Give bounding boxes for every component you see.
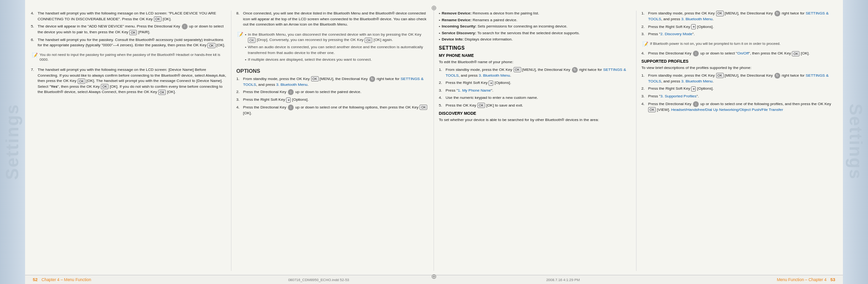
dir-key-m2: ↕ <box>288 89 294 95</box>
options-step-2-num: 2. <box>236 89 242 95</box>
column-1: 4. The handset will prompt you with the … <box>29 11 231 271</box>
bullet-list: Remove Device: Removes a device from the… <box>439 11 631 42</box>
disc-step-1: 1. From standby mode, press the OK Key O… <box>641 11 834 22</box>
options-step-1-num: 1. <box>236 76 242 82</box>
main-content: ⊕ 4. The handset will prompt you with th… <box>25 0 843 284</box>
ok-key-sp1: OK <box>716 73 724 78</box>
options-step-3-content: Press the Right Soft Key ≡ [Options]. <box>243 97 429 103</box>
dir-key-m4: ↕ <box>288 105 294 110</box>
service-label: Service Discovery: <box>442 31 476 35</box>
dir-key-m1: ↻ <box>369 76 375 82</box>
phone-name-step-4: 4. Use the numeric keypad to enter a new… <box>439 95 631 101</box>
column-2: 8. Once connected, you will see the devi… <box>231 11 434 271</box>
settings-tools-link-2: SETTINGS & TOOLS <box>446 68 626 78</box>
pn-step-3-num: 3. <box>439 88 445 94</box>
supported-profiles-link: 3. Supported Profiles <box>661 94 697 98</box>
disc-step-4-num: 4. <box>641 51 647 56</box>
ok-key-d4: OK <box>792 51 800 56</box>
disc-step-2-num: 2. <box>641 24 647 30</box>
note-bullet-1: In the Bluetooth Menu, you can disconnec… <box>245 32 427 43</box>
options-step-1-content: From standby mode, press the OK Key OK [… <box>243 76 429 88</box>
column-3: Remove Device: Removes a device from the… <box>434 11 637 271</box>
bluetooth-menu-link-1: 3. Bluetooth Menu <box>276 82 308 87</box>
file-info: 080716_CDM8950_ECHO.indd 52-53 <box>288 278 349 282</box>
sp-step-1: 1. From standby mode, press the OK Key O… <box>641 73 834 84</box>
pn-step-5-num: 5. <box>439 103 445 108</box>
soft-key-pn2: ≡ <box>488 81 493 86</box>
bullet-device: Device Info: Displays device information… <box>439 37 631 42</box>
phone-name-step-2: 2. Press the Right Soft Key ≡ [Options]. <box>439 80 631 86</box>
ok-key-5: OK <box>101 84 108 89</box>
options-step-1: 1. From standby mode, press the OK Key O… <box>236 76 429 88</box>
note-bullet-2: When an audio device is connected, you c… <box>245 44 427 55</box>
step-4: 4. The handset will prompt you with the … <box>31 11 226 22</box>
options-step-3: 3. Press the Right Soft Key ≡ [Options]. <box>236 97 429 103</box>
options-step-2: 2. Press the Directional Key ↕ up or dow… <box>236 89 429 95</box>
sp-step-2-content: Press the Right Soft Key ≡ [Options]. <box>648 86 834 92</box>
note-icon-1: 📝 <box>32 52 38 59</box>
ok-key-2: OK <box>129 30 137 35</box>
ok-key: OK <box>154 16 162 22</box>
ok-key-pn1: OK <box>514 67 521 72</box>
sp-step-3: 3. Press "3. Supported Profiles". <box>641 94 834 99</box>
pn-step-4-content: Use the numeric keypad to enter a new cu… <box>446 95 631 101</box>
disc-step-2-content: Press the Right Soft Key ≡ [Options]. <box>648 24 834 30</box>
yes-text: Yes <box>51 84 57 89</box>
disc-step-1-num: 1. <box>641 11 647 16</box>
bullet-incoming: Incoming Security: Sets permissions for … <box>439 24 631 29</box>
pn-step-3-content: Press "1. My Phone Name". <box>446 88 631 94</box>
sp-step-3-num: 3. <box>641 94 647 99</box>
ok-key-sp4: OK <box>648 107 656 112</box>
options-step-3-num: 3. <box>236 97 242 103</box>
step-4-content: The handset will prompt you with the fol… <box>38 11 226 22</box>
note-1: 📝 You do not need to input the passkey f… <box>31 51 226 65</box>
discovery-intro: To set whether your device is able to be… <box>439 117 631 123</box>
dir-key-sp1: ↻ <box>774 73 780 79</box>
step-5-num: 5. <box>31 24 37 29</box>
supported-profiles-intro: To view brief descriptions of the profil… <box>641 65 834 71</box>
step-7: 7. The handset will prompt you with the … <box>31 67 226 95</box>
pn-step-1-num: 1. <box>439 67 445 73</box>
sp-step-3-content: Press "3. Supported Profiles". <box>648 94 834 99</box>
discovery-mode-link: 2. Discovery Mode <box>661 32 692 36</box>
note-bullet-3: If multiple devices are displayed, selec… <box>245 57 427 63</box>
step-4-num: 4. <box>31 11 37 16</box>
sidebar-right-text: Settings <box>845 104 866 180</box>
bullet-rename: Rename Device: Renames a paired device. <box>439 17 631 23</box>
page-container: Settings ⊕ 4. The handset will prompt yo… <box>0 0 868 284</box>
footer-right-area: Menu Function – Chapter 4 53 <box>777 277 835 282</box>
bullet-service: Service Discovery: To search for the ser… <box>439 30 631 36</box>
options-step-4-content: Press the Directional Key ↕ up or down t… <box>243 105 429 116</box>
note-icon-2: 📝 <box>237 31 243 38</box>
bluetooth-menu-link-4: 3. Bluetooth Menu <box>681 79 713 83</box>
sidebar-right: Settings <box>843 0 868 284</box>
settings-heading: SETTINGS <box>439 45 631 51</box>
soft-key-opt1: ≡ <box>286 97 291 103</box>
step-8-num: 8. <box>236 11 242 16</box>
bluetooth-menu-link-3: 3. Bluetooth Menu <box>681 17 713 21</box>
device-label: Device Info: <box>442 37 463 41</box>
dir-key-d1: ↻ <box>774 11 780 16</box>
sp-step-4-content: Press the Directional Key ↕ up or down t… <box>648 101 834 113</box>
profiles-list-link: Headset/Handsfree/Dial Up Networking/Obj… <box>671 108 783 112</box>
supported-profiles-heading: SUPPORTED PROFILES <box>641 59 834 64</box>
step-6-num: 6. <box>31 37 37 43</box>
pn-step-2-content: Press the Right Soft Key ≡ [Options]. <box>446 80 631 86</box>
my-phone-name-link: 1. My Phone Name <box>458 88 491 93</box>
my-phone-name-intro: To edit the Bluetooth® name of your phon… <box>439 59 631 65</box>
disc-step-2: 2. Press the Right Soft Key ≡ [Options]. <box>641 24 834 30</box>
rename-label: Rename Device: <box>442 18 472 22</box>
step-8: 8. Once connected, you will see the devi… <box>236 11 429 27</box>
disc-step-4-content: Press the Directional Key ↕ up or down t… <box>648 51 834 56</box>
ok-key-pn5: OK <box>477 103 485 108</box>
soft-key-d2: ≡ <box>691 24 696 29</box>
settings-tools-link-4: SETTINGS & TOOLS <box>648 73 828 83</box>
pn-step-2-num: 2. <box>439 80 445 86</box>
disc-step-1-content: From standby mode, press the OK Key OK [… <box>648 11 834 22</box>
ok-key-ok: OK <box>365 38 372 43</box>
chapter-label-right: Menu Function – Chapter 4 <box>777 277 827 282</box>
remove-label: Remove Device: <box>442 11 472 15</box>
dir-key-pn1: ↻ <box>572 67 578 73</box>
column-4: 1. From standby mode, press the OK Key O… <box>637 11 839 271</box>
ok-key-6: OK <box>158 90 166 95</box>
